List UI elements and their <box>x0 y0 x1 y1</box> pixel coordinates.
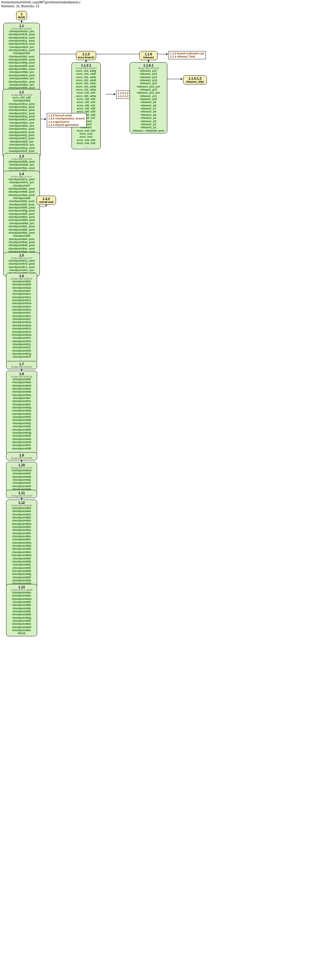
tag: checkpoint63d <box>8 441 35 444</box>
node-1-12[interactable]: 1.12 22-Oct-2013 19:09:59 checkpoint66b … <box>6 500 37 590</box>
tag: checkpoint50g_post <box>5 61 38 64</box>
tag: ecco_c51_e34e <box>73 76 99 79</box>
tag: checkpoint65o <box>8 547 35 550</box>
tag: release1_p1 <box>131 126 166 129</box>
branch-box-1-2[interactable]: 1.2.8 branch-nonh 1.2.6 checkpoint51n_br… <box>47 113 87 127</box>
tag: checkpoint56b_post <box>5 190 38 193</box>
date: 16-Mar-2010 03:59:28 <box>8 375 35 378</box>
tag: checkpoint51i_post <box>4 127 39 130</box>
node-branch-netcdf-sm0[interactable]: 1.4.2 netcdf-sm0 <box>37 196 56 205</box>
tag: checkpoint63p <box>8 409 35 412</box>
tag: checkpoint65h <box>8 570 35 573</box>
tag: ecco_c51_e34c <box>73 82 99 85</box>
tag: checkpoint61i <box>8 346 35 349</box>
rev: 1.10 <box>8 463 35 467</box>
tag: checkpoint66m <box>8 597 35 600</box>
tag: checkpoint52 <box>4 99 39 102</box>
node-1-1-6-1[interactable]: 1.1.6.1 08-Apr-2002 20:10:33 release1_p1… <box>130 62 167 134</box>
tag: checkpoint61g <box>8 352 35 355</box>
node-branch-release1-50yr[interactable]: 1.1.6.1.2 release1_50yr <box>183 75 207 84</box>
tag: checkpoint61v <box>8 305 35 308</box>
tag: release1_p7 <box>131 107 166 110</box>
tag: checkpoint50c_pre <box>5 83 38 86</box>
tag: checkpoint51q_post <box>4 115 39 118</box>
tag: checkpoint64m <box>8 469 35 472</box>
tag: checkpoint54d_post <box>5 244 38 247</box>
tag: checkpoint57c_pre <box>5 269 38 272</box>
node-1-9[interactable]: 1.9 04-Apr-2013 21:53:09 <box>6 452 37 460</box>
tag: checkpoint61m <box>8 333 35 336</box>
tag: ecco_c44_e25 <box>73 138 99 142</box>
tag: checkpoint66g <box>8 616 35 619</box>
rev: 1.3 <box>5 154 38 158</box>
tag: checkpoint61k <box>8 340 35 343</box>
file-path: /home/ubuntu/mnt/m9_copy/MITgcm/tools/xm… <box>0 0 320 5</box>
node-1-2[interactable]: 1.2 16-Sep-2003 15:31:49 ecco_c52_e35 ch… <box>2 89 41 157</box>
rev: 1.11 <box>8 491 35 495</box>
date: 22-Aug-2013 01:12:24 <box>8 495 35 497</box>
node-1-5[interactable]: 1.5 16-Dec-2004 14:11:13 checkpoint57e_p… <box>3 252 40 276</box>
tag: checkpoint63k <box>8 418 35 422</box>
name: release1_50yr <box>185 80 205 83</box>
name: MAIN <box>18 16 26 19</box>
rev: 1.2 <box>4 90 39 94</box>
tag: checkpoint65k <box>8 560 35 563</box>
tag: checkpoint62c <box>8 280 35 283</box>
ellipsis: ... <box>73 145 99 148</box>
tag: release1_p6 <box>131 110 166 113</box>
node-1-8[interactable]: 1.8 16-Mar-2010 03:59:28 checkpoint64f c… <box>6 371 37 455</box>
tag: checkpoint63b <box>8 447 35 450</box>
tag: checkpoint51d_post <box>5 36 38 39</box>
tag: checkpoint66d <box>8 626 35 629</box>
tag: checkpoint61p <box>8 324 35 327</box>
rev: 1 <box>18 12 26 16</box>
tag: ecco_c51_e34f <box>73 72 99 75</box>
date: 08-Apr-2002 20:10:33 <box>131 67 166 69</box>
node-1-7[interactable]: 1.7 15-Mar-2010 22:06:24 <box>6 361 37 369</box>
tag: release1_p10 <box>131 97 166 100</box>
tag: checkpoint57a_pre <box>5 181 38 184</box>
node-1-1-2-1[interactable]: 1.1.2.1 11-Feb-2004 16:35:24 ecco_c51_e3… <box>72 62 101 149</box>
branch-line: 1.2.6 checkpoint51n_branch <box>48 117 85 120</box>
tag: checkpoint51 <box>5 52 38 55</box>
tag: checkpoint61u <box>8 308 35 311</box>
node-1-11[interactable]: 1.11 22-Aug-2013 01:12:24 <box>6 490 37 498</box>
tag: checkpoint64d <box>8 384 35 387</box>
tag: checkpoint55f_post <box>5 212 38 215</box>
tag: checkpoint63n <box>8 412 35 415</box>
node-1-13[interactable]: 1.13 14-Dec-2016 21:58:02 checkpoint66o … <box>6 584 37 636</box>
node-1-10[interactable]: 1.10 03-Aug-2013 21:47:19 checkpoint64m … <box>6 462 37 492</box>
tag: checkpoint55i_post <box>5 203 38 206</box>
node-branch-release1[interactable]: 1.1.6 release1 <box>139 51 158 60</box>
date: 13-Feb-2002 21:53:21 <box>5 28 38 30</box>
tag: release1_p12_pre <box>131 91 166 94</box>
node-1-6[interactable]: 1.6 03-Mar-2005 18:05:29 checkpoint62c c… <box>6 273 37 363</box>
tag: checkpoint50e_pre <box>5 70 38 73</box>
branch-box-1-1-8[interactable]: 1.1.8 branch-exfmods-curt 1.1.4 release1… <box>168 51 206 59</box>
tag: checkpoint55h_post <box>5 206 38 209</box>
tag: checkpoint64 <box>8 396 35 399</box>
tag: checkpoint64b <box>8 390 35 393</box>
node-1-4[interactable]: 1.4 25-Nov-2003 17:22:47 checkpoint57a_p… <box>3 171 40 261</box>
tag: checkpoint63f <box>8 434 35 437</box>
tag: checkpoint63q <box>8 406 35 409</box>
tag: ecco_c51_e34a <box>73 88 99 91</box>
node-main[interactable]: 1 MAIN <box>16 11 27 20</box>
tag: checkpoint61f <box>8 355 35 358</box>
tag: checkpoint65n <box>8 550 35 554</box>
tag: release1_p17 <box>131 69 166 72</box>
tag: checkpoint64j <box>8 478 35 481</box>
tag: release1_p8 <box>131 104 166 107</box>
tag: checkpoint55b_post <box>5 228 38 231</box>
tag: ecco_ice2 <box>73 132 99 135</box>
tag: checkpoint66o <box>8 591 35 594</box>
node-branch-ecco[interactable]: 1.1.2 ecco-branch <box>76 51 96 60</box>
tag: checkpoint51l_post <box>4 130 39 134</box>
tag: checkpoint51f_post <box>4 150 39 153</box>
tag: checkpoint61o <box>8 327 35 330</box>
tag: checkpoint65t <box>8 532 35 535</box>
tag: checkpoint63i <box>8 425 35 428</box>
tag: checkpoint61t <box>8 311 35 314</box>
date: 04-Apr-2013 21:53:09 <box>8 457 35 459</box>
tag: ecco_c50_e32 <box>73 100 99 103</box>
